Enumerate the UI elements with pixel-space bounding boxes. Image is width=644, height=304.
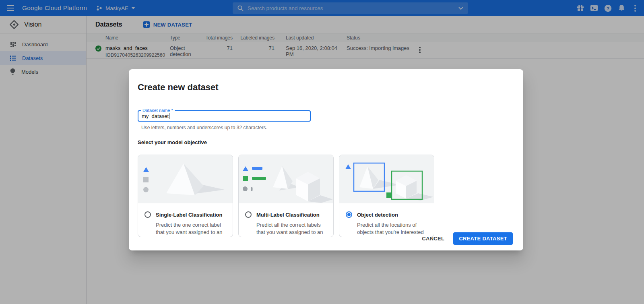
dataset-name-value: my_dataset <box>142 113 169 119</box>
radio-single-label[interactable] <box>144 211 151 218</box>
card-title: Single-Label Classification <box>156 212 222 218</box>
cancel-button[interactable]: CANCEL <box>418 232 448 245</box>
card-multi-label-classification[interactable]: Multi-Label Classification Predict all t… <box>238 155 334 237</box>
card-title: Object detection <box>357 212 398 218</box>
text-caret <box>169 113 169 119</box>
dataset-name-helper: Use letters, numbers and underscores up … <box>138 125 514 130</box>
objective-section-label: Select your model objective <box>138 139 514 145</box>
multi-label-illustration <box>239 155 333 203</box>
dataset-name-field[interactable]: Dataset name * my_dataset <box>138 110 311 122</box>
card-description: Predict the one correct label that you w… <box>156 221 226 237</box>
card-description: Predict all the correct labels that you … <box>256 221 327 237</box>
card-object-detection[interactable]: Object detection Predict all the locatio… <box>339 155 434 237</box>
single-label-illustration <box>138 155 233 203</box>
radio-multi-label[interactable] <box>245 211 252 218</box>
radio-object-detection[interactable] <box>346 211 352 218</box>
create-dataset-modal: Create new dataset Dataset name * my_dat… <box>129 69 523 250</box>
screen: Google Cloud Platform MaskyAE ? <box>0 0 644 304</box>
card-title: Multi-Label Classification <box>256 212 320 218</box>
dataset-name-label: Dataset name * <box>141 108 175 113</box>
create-dataset-button[interactable]: CREATE DATASET <box>453 232 513 245</box>
objective-cards: Single-Label Classification Predict the … <box>138 155 514 237</box>
card-description: Predict all the locations of objects tha… <box>357 221 427 237</box>
modal-actions: CANCEL CREATE DATASET <box>418 232 513 245</box>
card-single-label-classification[interactable]: Single-Label Classification Predict the … <box>138 155 233 237</box>
modal-title: Create new dataset <box>138 82 514 93</box>
object-detection-illustration <box>339 155 434 203</box>
